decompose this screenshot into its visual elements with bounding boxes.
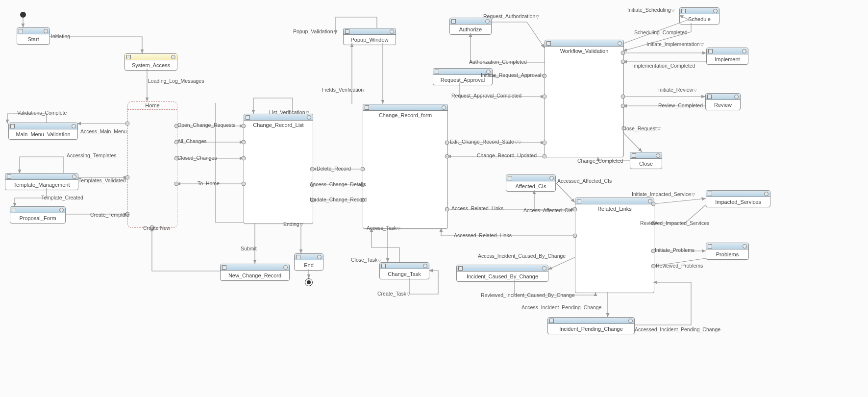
svg-point-28 xyxy=(621,104,625,108)
lbl-reviewed-impacted: Reviewed_Impacted_Services xyxy=(640,220,709,226)
svg-point-0 xyxy=(125,122,129,125)
lbl-access-main-menu: Access_Main_Menu xyxy=(80,128,127,134)
lbl-popup-validation: Popup_Validation▽ xyxy=(293,28,337,34)
svg-point-24 xyxy=(543,95,546,99)
lbl-change-completed: Change_Completed xyxy=(577,158,623,164)
svg-point-21 xyxy=(543,141,546,145)
lbl-fields-verification: Fields_Verification xyxy=(322,87,364,93)
lbl-scheduling-completed: Scheduling_Completed xyxy=(634,29,688,35)
lbl-create-template: Create_Template xyxy=(90,212,129,218)
lbl-create-task: Create_Task▽ xyxy=(377,291,410,297)
lbl-initiate-implementation: Initiate_Implementation▽ xyxy=(646,41,704,47)
lbl-edit-change-record-state: Edit_Change_Record_State▽▽ xyxy=(450,139,521,145)
lbl-access-change-details: Access_Change_Details xyxy=(310,181,366,187)
lbl-templates-validated: Templates_Validated xyxy=(78,177,126,183)
lbl-create-new: Create New xyxy=(143,225,170,231)
lbl-to-home: To_Home xyxy=(198,180,220,186)
lbl-access-task: Access_Task▽ xyxy=(367,225,400,231)
lbl-list-verification: List_Verification▽ xyxy=(269,109,309,115)
svg-point-8 xyxy=(242,124,246,128)
svg-point-10 xyxy=(242,156,246,160)
lbl-initiate-impacted: Initiate_Impacted_Service▽ xyxy=(632,191,695,197)
lbl-update-change-record: Update_Change_Record xyxy=(310,197,367,202)
svg-point-29 xyxy=(573,207,577,211)
lbl-close-task: Close_Task▽ xyxy=(351,257,381,263)
lbl-initiate-request-approval: Initiate_Request_Approval▽ xyxy=(481,72,545,78)
lbl-accessing-templates: Accessing_Templates xyxy=(67,152,117,158)
lbl-review-completed: Review_Completed xyxy=(658,102,703,108)
svg-point-27 xyxy=(621,95,625,99)
svg-point-1 xyxy=(125,175,129,179)
lbl-close-request: Close_Request▽ xyxy=(621,125,661,131)
lbl-open-change: Open_Change_Requests xyxy=(177,122,236,128)
lbl-reviewed-incident-caused: Reviewed_Incident_Caused_By_Change xyxy=(481,292,574,298)
svg-point-6 xyxy=(174,182,178,186)
svg-point-25 xyxy=(621,51,625,55)
lbl-initiating: Initiating xyxy=(51,33,70,39)
svg-point-30 xyxy=(573,234,577,238)
svg-point-19 xyxy=(445,154,449,158)
lbl-authorization-completed: Authorization_Completed xyxy=(469,59,527,65)
lbl-delete-record: Delete_Record xyxy=(317,166,351,172)
lbl-accessed-affected-cis: Accessed_Affected_CIs xyxy=(557,178,612,184)
lbl-loading-log: Loading_Log_Messages xyxy=(148,78,204,84)
svg-point-34 xyxy=(651,264,655,268)
svg-point-15 xyxy=(361,167,365,171)
svg-point-20 xyxy=(445,207,449,211)
lbl-initiate-review: Initiate_Review▽ xyxy=(658,87,697,93)
svg-point-11 xyxy=(242,182,246,186)
lbl-all-changes: All_Changes xyxy=(177,138,207,144)
lbl-access-related-links: Access_Related_Links xyxy=(451,205,503,211)
lbl-submit: Submit xyxy=(241,246,257,251)
lbl-change-record-updated: Change_Record_Updated xyxy=(477,152,537,158)
svg-point-26 xyxy=(621,60,625,64)
lbl-accessed-related-links: Accessed_Related_Links xyxy=(454,232,512,238)
connectors-layer xyxy=(0,0,868,397)
lbl-closed-changes: Closed_Changes xyxy=(177,155,217,161)
lbl-ending: Ending▽ xyxy=(283,221,303,227)
svg-point-18 xyxy=(445,141,449,145)
lbl-validations-complete: Validations_Complete xyxy=(17,110,67,116)
lbl-template-created: Template_Created xyxy=(41,195,83,200)
lbl-initiate-problems: Initiate_Problems xyxy=(655,247,694,253)
svg-point-12 xyxy=(310,167,314,171)
svg-point-31 xyxy=(651,202,655,206)
lbl-reviewed-problems: Reviewed_Problems xyxy=(656,263,703,269)
lbl-access-incident-caused: Access_Incident_Caused_By_Change xyxy=(478,253,566,259)
svg-point-22 xyxy=(543,154,546,158)
lbl-initiate-scheduling: Initiate_Scheduling▽ xyxy=(627,7,675,13)
lbl-request-authorization: Request_Authorization▽ xyxy=(483,13,539,19)
lbl-implementation-completed: Implementation_Completed xyxy=(632,63,695,69)
lbl-access-affected-cis: Access_Affected_CIs xyxy=(523,207,572,213)
svg-point-9 xyxy=(242,140,246,144)
lbl-accessed-incident-pending: Accessed_Incident_Pending_Change xyxy=(635,326,720,332)
lbl-access-incident-pending: Access_Incident_Pending_Change xyxy=(521,304,601,310)
lbl-request-approval-completed: Request_Approval_Completed xyxy=(451,93,521,99)
